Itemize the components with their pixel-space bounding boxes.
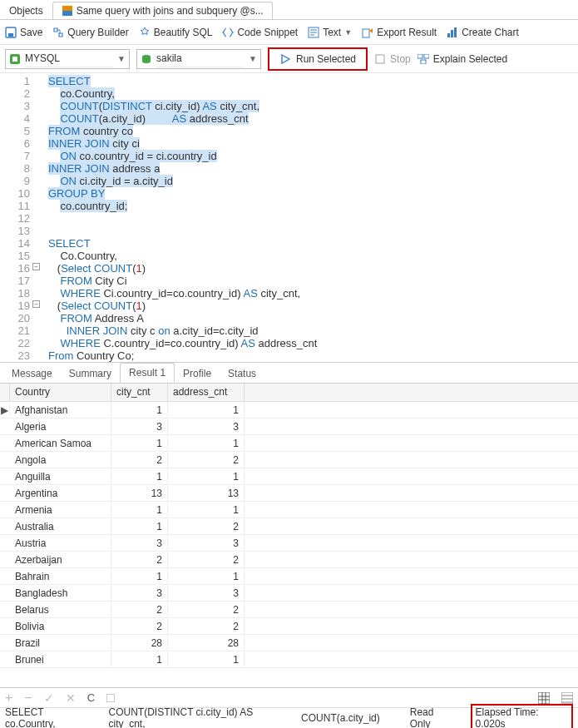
tab-query[interactable]: Same query with joins and subquery @s... — [52, 2, 273, 19]
create-chart-button[interactable]: Create Chart — [447, 27, 519, 38]
code-line[interactable]: (Select COUNT(1) — [48, 300, 578, 312]
cell-city-cnt[interactable]: 1 — [111, 503, 168, 518]
tab-profile[interactable]: Profile — [175, 364, 220, 383]
refresh-icon[interactable]: C — [87, 691, 95, 704]
cell-address-cnt[interactable]: 3 — [168, 419, 245, 434]
code-line[interactable]: Co.Country, — [48, 250, 578, 262]
cell-address-cnt[interactable]: 2 — [168, 519, 245, 534]
cell-city-cnt[interactable]: 2 — [111, 619, 168, 634]
cell-city-cnt[interactable]: 1 — [111, 469, 168, 484]
tab-status[interactable]: Status — [220, 364, 264, 383]
form-view-icon[interactable] — [561, 692, 573, 704]
cell-city-cnt[interactable]: 13 — [111, 486, 168, 501]
table-row[interactable]: Armenia11 — [0, 502, 578, 518]
fold-icon[interactable]: − — [32, 300, 40, 308]
explain-selected-button[interactable]: Explain Selected — [417, 53, 507, 65]
query-builder-button[interactable]: Query Builder — [52, 27, 128, 38]
grid-header-country[interactable]: Country — [10, 384, 111, 401]
delete-row-icon[interactable]: − — [24, 691, 32, 706]
table-row[interactable]: Argentina1313 — [0, 485, 578, 502]
cell-city-cnt[interactable]: 1 — [111, 436, 168, 451]
code-line[interactable]: (Select COUNT(1) — [48, 262, 578, 275]
tab-result1[interactable]: Result 1 — [120, 363, 175, 383]
code-line[interactable] — [48, 212, 578, 225]
cell-city-cnt[interactable]: 1 — [111, 403, 168, 418]
table-row[interactable]: Algeria33 — [0, 418, 578, 435]
code-line[interactable]: FROM country co — [48, 125, 578, 137]
cell-address-cnt[interactable]: 2 — [168, 453, 245, 468]
code-line[interactable]: INNER JOIN address a — [48, 162, 578, 175]
sql-editor[interactable]: 12345678910111213141516−171819−20212223 … — [0, 73, 578, 362]
cell-country[interactable]: Afghanistan — [10, 403, 111, 418]
editor-code[interactable]: SELECT co.Country, COUNT(DISTINCT ci.cit… — [35, 75, 578, 362]
code-line[interactable]: COUNT(DISTINCT ci.city_id) AS city_cnt, — [48, 100, 578, 112]
code-line[interactable]: From Country Co; — [48, 349, 578, 362]
table-row[interactable]: Austria33 — [0, 535, 578, 552]
save-button[interactable]: Save — [5, 27, 42, 38]
code-line[interactable]: SELECT — [48, 75, 578, 87]
code-line[interactable]: GROUP BY — [48, 187, 578, 200]
cell-city-cnt[interactable]: 2 — [111, 453, 168, 468]
code-line[interactable]: WHERE Ci.country_id=co.country_id) AS ci… — [48, 287, 578, 300]
cell-address-cnt[interactable]: 1 — [168, 652, 245, 667]
table-row[interactable]: Bahrain11 — [0, 568, 578, 585]
table-row[interactable]: Anguilla11 — [0, 468, 578, 485]
cell-city-cnt[interactable]: 2 — [111, 552, 168, 567]
cell-city-cnt[interactable]: 1 — [111, 569, 168, 584]
row-selector[interactable]: ▶ — [0, 404, 10, 416]
cell-address-cnt[interactable]: 2 — [168, 602, 245, 617]
cell-country[interactable]: Algeria — [10, 419, 111, 434]
cell-country[interactable]: American Samoa — [10, 436, 111, 451]
cell-country[interactable]: Azerbaijan — [10, 552, 111, 567]
table-row[interactable]: Azerbaijan22 — [0, 552, 578, 568]
cell-city-cnt[interactable]: 3 — [111, 419, 168, 434]
tab-summary[interactable]: Summary — [61, 364, 120, 383]
cell-address-cnt[interactable]: 13 — [168, 486, 245, 501]
cell-address-cnt[interactable]: 1 — [168, 503, 245, 518]
table-row[interactable]: ▶Afghanistan11 — [0, 402, 578, 418]
table-row[interactable]: Australia12 — [0, 518, 578, 535]
cell-city-cnt[interactable]: 1 — [111, 652, 168, 667]
cell-country[interactable]: Brazil — [10, 636, 111, 651]
code-line[interactable]: SELECT — [48, 237, 578, 250]
cell-city-cnt[interactable]: 1 — [111, 519, 168, 534]
cell-address-cnt[interactable]: 1 — [168, 403, 245, 418]
code-line[interactable]: INNER JOIN city c on a.city_id=c.city_id — [48, 324, 578, 337]
code-line[interactable]: ON ci.city_id = a.city_id — [48, 175, 578, 187]
table-row[interactable]: Bolivia22 — [0, 618, 578, 635]
cell-address-cnt[interactable]: 1 — [168, 569, 245, 584]
grid-view-icon[interactable] — [538, 692, 550, 704]
cell-address-cnt[interactable]: 1 — [168, 469, 245, 484]
cell-country[interactable]: Brunei — [10, 652, 111, 667]
export-result-button[interactable]: Export Result — [362, 27, 437, 38]
cell-country[interactable]: Belarus — [10, 602, 111, 617]
grid-header-city-cnt[interactable]: city_cnt — [111, 384, 168, 401]
cell-address-cnt[interactable]: 2 — [168, 619, 245, 634]
cell-address-cnt[interactable]: 1 — [168, 436, 245, 451]
code-snippet-button[interactable]: Code Snippet — [222, 27, 298, 38]
stop-refresh-icon[interactable] — [106, 694, 115, 702]
add-row-icon[interactable]: + — [5, 691, 12, 706]
cell-city-cnt[interactable]: 28 — [111, 636, 168, 651]
run-selected-button[interactable]: Run Selected — [268, 47, 368, 71]
tab-objects[interactable]: Objects — [0, 2, 52, 19]
cell-address-cnt[interactable]: 3 — [168, 536, 245, 551]
code-line[interactable] — [48, 225, 578, 237]
table-row[interactable]: Bangladesh33 — [0, 585, 578, 602]
table-row[interactable]: Belarus22 — [0, 602, 578, 618]
cell-country[interactable]: Angola — [10, 453, 111, 468]
table-row[interactable]: Brazil2828 — [0, 635, 578, 651]
grid-header-selector[interactable] — [0, 384, 10, 401]
cell-country[interactable]: Armenia — [10, 503, 111, 518]
commit-icon[interactable]: ✓ — [44, 691, 54, 705]
text-button[interactable]: Text ▼ — [308, 27, 352, 38]
cell-address-cnt[interactable]: 2 — [168, 552, 245, 567]
cell-country[interactable]: Bolivia — [10, 619, 111, 634]
cell-country[interactable]: Argentina — [10, 486, 111, 501]
table-row[interactable]: Brunei11 — [0, 651, 578, 668]
cell-country[interactable]: Bangladesh — [10, 586, 111, 601]
code-line[interactable]: co.country_id; — [48, 200, 578, 212]
grid-header-address-cnt[interactable]: address_cnt — [168, 384, 245, 401]
cell-address-cnt[interactable]: 28 — [168, 636, 245, 651]
code-line[interactable]: WHERE C.country_id=co.country_id) AS add… — [48, 337, 578, 349]
